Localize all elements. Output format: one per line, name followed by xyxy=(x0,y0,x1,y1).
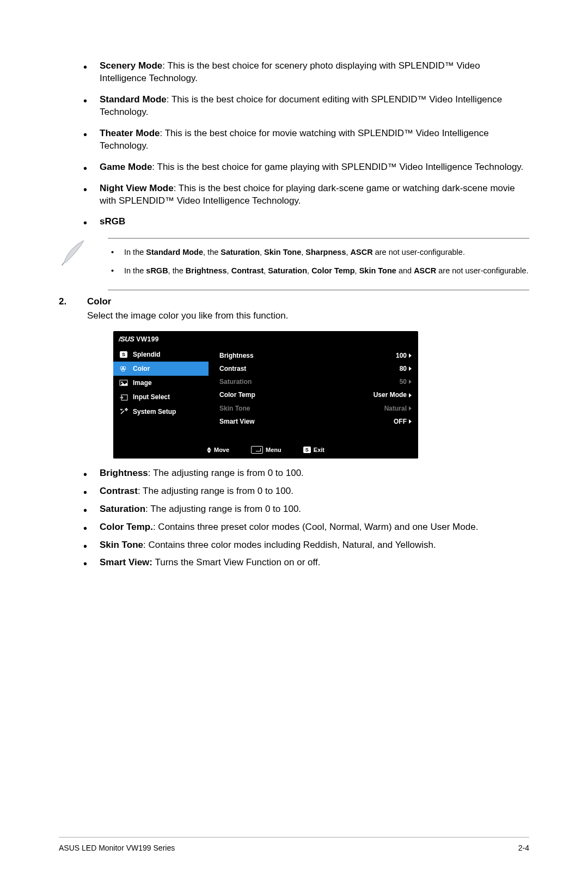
list-item: Color Temp.: Contains three preset color… xyxy=(78,521,529,534)
list-item: Night View Mode: This is the best choice… xyxy=(78,182,529,207)
param-list: Brightness: The adjusting range is from … xyxy=(78,467,529,570)
list-item: sRGB xyxy=(78,216,529,228)
content-area: Scenery Mode: This is the best choice fo… xyxy=(59,60,529,569)
arrow-right-icon xyxy=(409,353,412,358)
footer-left: ASUS LED Monitor VW199 Series xyxy=(59,843,175,853)
s-badge-icon: S xyxy=(303,447,311,453)
section-title: Color xyxy=(87,296,529,308)
svg-point-4 xyxy=(121,382,123,383)
section-color: 2. Color Select the image color you like… xyxy=(59,296,529,323)
note-block: In the Standard Mode, the Saturation, Sk… xyxy=(59,238,529,290)
osd-nav-splendid[interactable]: S Splendid xyxy=(113,347,209,362)
osd-row-skintone: Skin ToneNatural xyxy=(216,402,415,415)
color-icon xyxy=(119,365,128,372)
footer-exit: SExit xyxy=(303,446,324,454)
list-item: Game Mode: This is the best choice for g… xyxy=(78,161,529,174)
section-desc: Select the image color you like from thi… xyxy=(87,310,529,322)
osd-nav-color[interactable]: Color xyxy=(113,362,209,376)
list-item: Theater Mode: This is the best choice fo… xyxy=(78,127,529,152)
arrow-right-icon xyxy=(409,419,412,424)
arrow-right-icon xyxy=(409,393,412,398)
osd-nav-system[interactable]: System Setup xyxy=(113,405,209,419)
quill-icon xyxy=(59,238,89,268)
mode-name: Standard Mode xyxy=(100,94,167,105)
mode-name: sRGB xyxy=(100,216,125,227)
osd-row-saturation: Saturation50 xyxy=(216,375,415,388)
image-icon xyxy=(119,379,128,387)
mode-desc: : This is the best choice for game playi… xyxy=(152,162,523,172)
osd-row-contrast[interactable]: Contrast80 xyxy=(216,362,415,375)
osd-row-brightness[interactable]: Brightness100 xyxy=(216,349,415,362)
arrow-right-icon xyxy=(409,380,412,384)
note-line: In the sRGB, the Brightness, Contrast, S… xyxy=(108,266,529,277)
tools-icon xyxy=(119,408,128,415)
input-icon xyxy=(119,394,128,401)
arrow-right-icon xyxy=(409,406,412,411)
osd-nav-input[interactable]: Input Select xyxy=(113,390,209,404)
list-item: Smart View: Turns the Smart View Functio… xyxy=(78,557,529,569)
list-item: Saturation: The adjusting range is from … xyxy=(78,503,529,516)
osd-row-colortemp[interactable]: Color TempUser Mode xyxy=(216,388,415,401)
s-badge-icon: S xyxy=(119,351,128,358)
list-item: Standard Mode: This is the best choice f… xyxy=(78,94,529,119)
osd-nav-image[interactable]: Image xyxy=(113,376,209,390)
arrow-right-icon xyxy=(409,366,412,371)
enter-icon xyxy=(251,446,263,454)
list-item: Skin Tone: Contains three color modes in… xyxy=(78,539,529,552)
osd-row-smartview[interactable]: Smart ViewOFF xyxy=(216,415,415,428)
osd-header: /SUS VW199 xyxy=(113,331,418,347)
mode-name: Game Mode xyxy=(100,162,152,172)
list-item: Scenery Mode: This is the best choice fo… xyxy=(78,60,529,85)
section-number: 2. xyxy=(59,296,87,323)
page-footer: ASUS LED Monitor VW199 Series 2-4 xyxy=(59,837,529,853)
mode-name: Night View Mode xyxy=(100,183,174,193)
list-item: Contrast: The adjusting range is from 0 … xyxy=(78,485,529,498)
note-content: In the Standard Mode, the Saturation, Sk… xyxy=(108,238,529,290)
brand-logo: /SUS xyxy=(119,335,134,343)
mode-list: Scenery Mode: This is the best choice fo… xyxy=(78,60,529,228)
osd-menu: /SUS VW199 S Splendid Color xyxy=(113,331,418,458)
osd-footer: Move Menu SExit xyxy=(113,443,418,459)
document-page: Scenery Mode: This is the best choice fo… xyxy=(0,0,588,886)
model-label: VW199 xyxy=(136,335,159,343)
updown-icon xyxy=(207,447,211,453)
osd-nav: S Splendid Color Image xyxy=(113,347,209,443)
footer-menu: Menu xyxy=(251,446,281,454)
mode-name: Theater Mode xyxy=(100,128,160,138)
mode-name: Scenery Mode xyxy=(100,60,162,71)
note-line: In the Standard Mode, the Saturation, Sk… xyxy=(108,247,529,258)
osd-settings: Brightness100 Contrast80 Saturation50 Co… xyxy=(209,347,418,443)
footer-move: Move xyxy=(207,446,229,454)
footer-right: 2-4 xyxy=(518,843,529,853)
list-item: Brightness: The adjusting range is from … xyxy=(78,467,529,480)
